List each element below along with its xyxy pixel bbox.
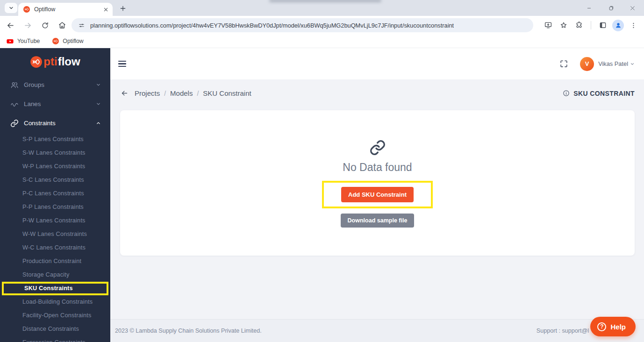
logo-text-orange: pti	[43, 55, 57, 68]
sidebar-item-p-c-lanes-constraints[interactable]: P-C Lanes Constraints	[0, 187, 110, 200]
people-icon	[10, 81, 19, 89]
browser-menu-icon[interactable]	[627, 19, 639, 31]
site-settings-icon[interactable]	[78, 22, 85, 29]
sidebar-item-production-constraint[interactable]: Production Constraint	[0, 255, 110, 268]
tab-close-icon[interactable]	[103, 7, 108, 12]
sidebar-item-label: Groups	[24, 81, 44, 88]
sidebar-item-sku-constraints[interactable]: SKU Constraints	[2, 282, 108, 295]
breadcrumb-separator: /	[164, 90, 166, 97]
tab-title: Optiflow	[34, 6, 100, 13]
main-content: Projects / Models / SKU Constraint SKU C…	[110, 79, 644, 342]
sidebar-item-label: Lanes	[24, 100, 41, 107]
info-icon[interactable]	[563, 90, 570, 97]
sidebar-item-lanes[interactable]: Lanes	[0, 94, 110, 114]
window-controls	[579, 0, 643, 16]
reload-button[interactable]	[39, 19, 51, 31]
restore-button[interactable]	[600, 0, 622, 16]
breadcrumb-models[interactable]: Models	[170, 89, 193, 97]
window-shadow	[269, 0, 381, 2]
sidebar-item-groups[interactable]: Groups	[0, 75, 110, 94]
bookmarks-bar: YouTube Optiflow	[0, 35, 644, 48]
logo-text-white: flow	[58, 55, 80, 68]
back-button[interactable]	[4, 19, 16, 31]
bookmark-label: Optiflow	[63, 38, 83, 44]
youtube-icon	[6, 37, 14, 45]
user-avatar[interactable]: V	[580, 57, 594, 71]
sidebar-item-w-w-lanes-constraints[interactable]: W-W Lanes Constraints	[0, 228, 110, 241]
breadcrumb: Projects / Models / SKU Constraint SKU C…	[121, 89, 635, 97]
breadcrumb-separator: /	[197, 90, 199, 97]
sidebar-item-p-w-lanes-constraints[interactable]: P-W Lanes Constraints	[0, 214, 110, 228]
wave-icon	[10, 100, 19, 108]
sidebar-item-constraints[interactable]: Constraints	[0, 114, 110, 133]
user-name[interactable]: Vikas Patel	[598, 60, 628, 67]
help-button-label: Help	[610, 323, 626, 331]
sidebar: pti flow Groups Lanes Constr	[0, 48, 110, 342]
fullscreen-icon[interactable]	[559, 59, 568, 68]
tab-search-button[interactable]	[5, 3, 17, 13]
bookmark-optiflow[interactable]: Optiflow	[52, 37, 83, 45]
empty-state-message: No Data found	[343, 161, 412, 174]
optiflow-favicon	[23, 6, 30, 13]
sidebar-item-load-building-constraints[interactable]: Load-Building Constraints	[0, 295, 110, 309]
toolbar-divider	[591, 21, 591, 29]
link-icon	[10, 119, 19, 128]
support-text: Support : support@l	[537, 328, 589, 334]
footer: 2023 © Lambda Supply Chain Solutions Pri…	[110, 319, 644, 342]
browser-toolbar: planning.optiflowsolutions.com/project/4…	[0, 16, 644, 35]
minimize-button[interactable]	[579, 0, 600, 16]
add-sku-constraint-button[interactable]: Add SKU Constraint	[341, 187, 414, 202]
copyright-text: 2023 © Lambda Supply Chain Solutions Pri…	[115, 328, 262, 334]
sidebar-item-label: Constraints	[24, 120, 56, 127]
sidebar-item-w-p-lanes-constraints[interactable]: W-P Lanes Constraints	[0, 160, 110, 173]
close-window-button[interactable]	[622, 0, 643, 16]
chevron-up-icon	[96, 121, 101, 126]
question-mark-icon: ?	[597, 322, 606, 331]
annotation-highlight-box: Add SKU Constraint	[322, 181, 433, 208]
optiflow-logo: pti flow	[0, 48, 110, 75]
page-title: SKU CONSTRAINT	[573, 90, 635, 97]
hamburger-menu-icon[interactable]	[118, 61, 126, 67]
side-panel-icon[interactable]	[597, 19, 609, 31]
sidebar-item-distance-constraints[interactable]: Distance Constraints	[0, 322, 110, 336]
browser-tab-optiflow[interactable]: Optiflow	[18, 3, 113, 16]
empty-state-card: No Data found Add SKU Constraint Downloa…	[120, 110, 635, 256]
optiflow-logo-icon	[30, 56, 43, 68]
sidebar-item-expression-constraints[interactable]: Expression Constraints	[0, 336, 110, 342]
sidebar-item-p-p-lanes-constraints[interactable]: P-P Lanes Constraints	[0, 200, 110, 214]
app-header: V Vikas Patel	[110, 48, 644, 79]
browser-profile-avatar[interactable]	[612, 20, 624, 31]
chevron-down-icon	[96, 101, 101, 107]
sidebar-item-s-p-lanes-constraints[interactable]: S-P Lanes Constraints	[0, 133, 110, 146]
sidebar-constraints-list: S-P Lanes ConstraintsS-W Lanes Constrain…	[0, 133, 110, 342]
chevron-down-icon	[96, 82, 101, 87]
browser-tab-strip: Optiflow	[0, 0, 644, 16]
install-app-icon[interactable]	[542, 19, 554, 31]
breadcrumb-projects[interactable]: Projects	[135, 89, 160, 97]
sidebar-item-s-w-lanes-constraints[interactable]: S-W Lanes Constraints	[0, 146, 110, 160]
chevron-down-icon	[8, 5, 14, 11]
forward-button[interactable]	[21, 19, 34, 31]
home-button[interactable]	[56, 19, 68, 31]
breadcrumb-current: SKU Constraint	[203, 89, 251, 97]
sidebar-item-s-c-lanes-constraints[interactable]: S-C Lanes Constraints	[0, 173, 110, 187]
optiflow-favicon	[52, 37, 59, 45]
sidebar-item-w-c-lanes-constraints[interactable]: W-C Lanes Constraints	[0, 241, 110, 255]
bookmark-youtube[interactable]: YouTube	[6, 37, 40, 45]
new-tab-button[interactable]	[117, 3, 129, 14]
bookmark-star-icon[interactable]	[558, 19, 570, 31]
sidebar-item-storage-capacity[interactable]: Storage Capacity	[0, 268, 110, 282]
extensions-icon[interactable]	[573, 19, 585, 31]
help-button[interactable]: ? Help	[590, 317, 636, 336]
bookmark-label: YouTube	[17, 38, 40, 44]
address-bar[interactable]: planning.optiflowsolutions.com/project/4…	[72, 18, 533, 32]
chevron-down-icon[interactable]	[630, 62, 635, 66]
screen: Optiflow	[0, 0, 644, 342]
link-icon	[369, 139, 386, 156]
download-sample-file-button[interactable]: Download sample file	[341, 214, 415, 228]
sidebar-item-facility-open-constraints[interactable]: Facility-Open Constraints	[0, 309, 110, 322]
url-text: planning.optiflowsolutions.com/project/4…	[90, 22, 454, 29]
back-arrow-icon[interactable]	[121, 89, 129, 97]
